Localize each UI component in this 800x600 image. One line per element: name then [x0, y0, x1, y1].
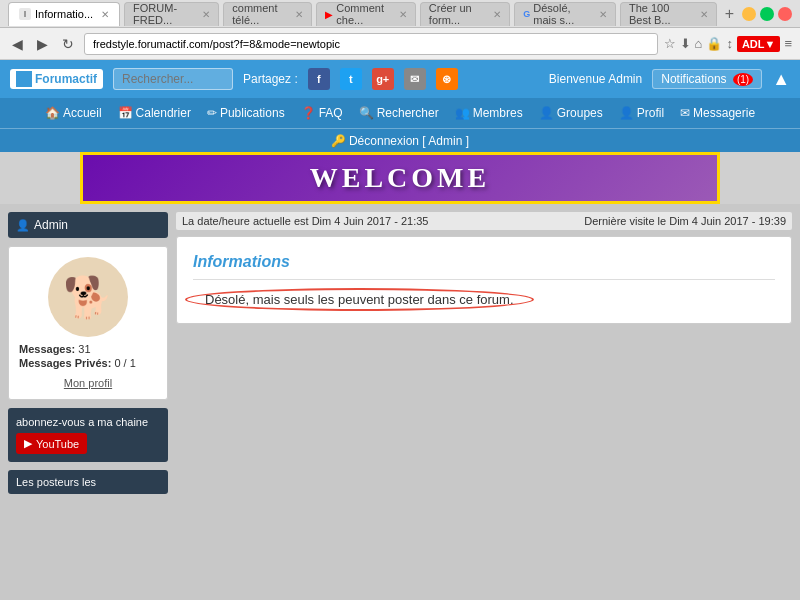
- tab-close-2[interactable]: ✕: [202, 9, 210, 20]
- site-right: Bienvenue Admin Notifications (1) ▲: [549, 69, 790, 90]
- bienvenue-label: Bienvenue Admin: [549, 72, 642, 86]
- main-panel: La date/heure actuelle est Dim 4 Juin 20…: [176, 212, 792, 592]
- tab-inactive-2[interactable]: comment télé... ✕: [223, 2, 312, 26]
- facebook-icon[interactable]: f: [308, 68, 330, 90]
- partager-label: Partagez :: [243, 72, 298, 86]
- minimize-btn[interactable]: [742, 7, 756, 21]
- tab-label-2: FORUM-FRED...: [133, 2, 195, 26]
- info-message-wrapper: Désolé, mais seuls les peuvent poster da…: [193, 292, 526, 307]
- download-icon[interactable]: ⬇: [680, 36, 691, 51]
- tab-close-6[interactable]: ✕: [599, 9, 607, 20]
- tab-inactive-1[interactable]: FORUM-FRED... ✕: [124, 2, 219, 26]
- nav-profil[interactable]: 👤 Profil: [619, 106, 664, 120]
- messages-stat: Messages: 31: [19, 343, 157, 355]
- shield-icon[interactable]: 🔒: [706, 36, 722, 51]
- browser-navbar: ◀ ▶ ↻ ☆ ⬇ ⌂ 🔒 ↕ ADL▼ ≡: [0, 28, 800, 60]
- profile-link[interactable]: Mon profil: [64, 377, 112, 389]
- avatar: 🐕: [48, 257, 128, 337]
- tab-inactive-5[interactable]: G Désolé, mais s... ✕: [514, 2, 616, 26]
- email-icon[interactable]: ✉: [404, 68, 426, 90]
- nav-faq[interactable]: ❓ FAQ: [301, 106, 343, 120]
- googleplus-icon[interactable]: g+: [372, 68, 394, 90]
- datetime-current: La date/heure actuelle est Dim 4 Juin 20…: [182, 215, 428, 227]
- groups-icon: 👤: [539, 106, 554, 120]
- calendar-icon: 📅: [118, 106, 133, 120]
- close-btn[interactable]: [778, 7, 792, 21]
- youtube-icon: ▶: [24, 437, 32, 450]
- addon-icon: ADL▼: [737, 36, 781, 52]
- mail-icon: ✉: [680, 106, 690, 120]
- notifications-label: Notifications: [661, 72, 726, 86]
- g-favicon: G: [523, 9, 530, 19]
- tab-close-3[interactable]: ✕: [295, 9, 303, 20]
- new-tab-button[interactable]: +: [721, 5, 738, 23]
- datetime-last: Dernière visite le Dim 4 Juin 2017 - 19:…: [584, 215, 786, 227]
- faq-icon: ❓: [301, 106, 316, 120]
- info-title: Informations: [193, 253, 775, 271]
- messages-prives-stat: Messages Privés: 0 / 1: [19, 357, 157, 369]
- tab-inactive-4[interactable]: Créer un form... ✕: [420, 2, 510, 26]
- forward-button[interactable]: ▶: [33, 34, 52, 54]
- nav-accueil[interactable]: 🏠 Accueil: [45, 106, 102, 120]
- info-divider: [193, 279, 775, 280]
- back-button[interactable]: ◀: [8, 34, 27, 54]
- admin-icon: 👤: [16, 219, 30, 232]
- notifications-button[interactable]: Notifications (1): [652, 69, 762, 89]
- tab-favicon: I: [19, 8, 31, 20]
- nav-membres[interactable]: 👥 Membres: [455, 106, 523, 120]
- site-search-input[interactable]: [113, 68, 233, 90]
- nav-calendrier[interactable]: 📅 Calendrier: [118, 106, 191, 120]
- notifications-badge: (1): [733, 73, 753, 86]
- main-content: 👤 Admin 🐕 Messages: 31 Messages Privés: …: [0, 204, 800, 600]
- rss-icon[interactable]: ⊛: [436, 68, 458, 90]
- nav-rechercher[interactable]: 🔍 Rechercher: [359, 106, 439, 120]
- tab-close-7[interactable]: ✕: [700, 9, 708, 20]
- tab-close-4[interactable]: ✕: [399, 9, 407, 20]
- user-card: 🐕 Messages: 31 Messages Privés: 0 / 1 Mo…: [8, 246, 168, 400]
- user-stats: Messages: 31 Messages Privés: 0 / 1: [19, 343, 157, 371]
- members-icon: 👥: [455, 106, 470, 120]
- menu-icon[interactable]: ≡: [784, 36, 792, 51]
- sync-icon[interactable]: ↕: [726, 36, 733, 51]
- logo-text: Forumactif: [35, 72, 97, 86]
- tab-label-4: Comment che...: [336, 2, 392, 26]
- tab-label-7: The 100 Best B...: [629, 2, 693, 26]
- site-logo: Forumactif: [10, 69, 103, 89]
- yt-favicon: ▶: [325, 9, 333, 20]
- refresh-button[interactable]: ↻: [58, 34, 78, 54]
- tab-label-5: Créer un form...: [429, 2, 486, 26]
- home-nav-icon: 🏠: [45, 106, 60, 120]
- sidebar-bottom: Les posteurs les: [8, 470, 168, 494]
- user-arrow-icon[interactable]: ▲: [772, 69, 790, 90]
- info-box: Informations Désolé, mais seuls les peuv…: [176, 236, 792, 324]
- address-bar[interactable]: [84, 33, 658, 55]
- tab-close-btn[interactable]: ✕: [101, 9, 109, 20]
- info-message: Désolé, mais seuls les peuvent poster da…: [193, 284, 526, 315]
- sidebar: 👤 Admin 🐕 Messages: 31 Messages Privés: …: [8, 212, 168, 592]
- admin-label: 👤 Admin: [8, 212, 168, 238]
- tab-active[interactable]: I Informatio... ✕: [8, 2, 120, 26]
- star-icon[interactable]: ☆: [664, 36, 676, 51]
- nav-publications[interactable]: ✏ Publications: [207, 106, 285, 120]
- youtube-button[interactable]: ▶ YouTube: [16, 433, 87, 454]
- window-controls: [742, 7, 792, 21]
- deconnexion-arrow: 🔑: [331, 134, 346, 148]
- subscribe-label: abonnez-vous a ma chaine: [16, 416, 160, 428]
- tab-inactive-6[interactable]: The 100 Best B... ✕: [620, 2, 717, 26]
- tab-label-6: Désolé, mais s...: [533, 2, 592, 26]
- nav-groupes[interactable]: 👤 Groupes: [539, 106, 603, 120]
- maximize-btn[interactable]: [760, 7, 774, 21]
- pencil-icon: ✏: [207, 106, 217, 120]
- tab-close-5[interactable]: ✕: [493, 9, 501, 20]
- subscribe-card: abonnez-vous a ma chaine ▶ YouTube: [8, 408, 168, 462]
- profile-icon: 👤: [619, 106, 634, 120]
- twitter-icon[interactable]: t: [340, 68, 362, 90]
- site-toolbar: Forumactif Partagez : f t g+ ✉ ⊛ Bienven…: [0, 60, 800, 98]
- tab-inactive-3[interactable]: ▶ Comment che... ✕: [316, 2, 416, 26]
- welcome-banner: WELCOME: [80, 152, 720, 204]
- nav-messagerie[interactable]: ✉ Messagerie: [680, 106, 755, 120]
- tab-label-3: comment télé...: [232, 2, 288, 26]
- deconnexion-link[interactable]: 🔑 Déconnexion [ Admin ]: [331, 134, 469, 148]
- nav-icons: ☆ ⬇ ⌂ 🔒 ↕ ADL▼ ≡: [664, 36, 792, 52]
- home-icon[interactable]: ⌂: [695, 36, 703, 51]
